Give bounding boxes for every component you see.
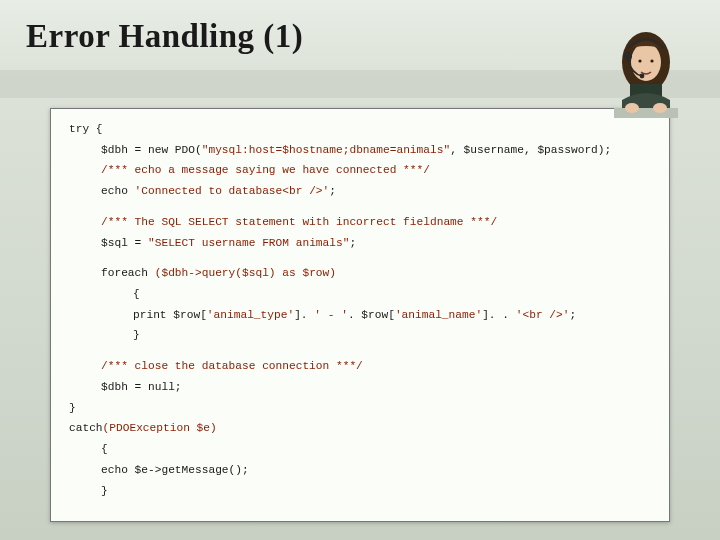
code-line: /*** close the database connection ***/ [69, 356, 651, 377]
code-line: foreach ($dbh->query($sql) as $row) [69, 263, 651, 284]
code-line: /*** The SQL SELECT statement with incor… [69, 212, 651, 233]
code-block: try { $dbh = new PDO("mysql:host=$hostna… [50, 108, 670, 522]
code-line: echo 'Connected to database<br />'; [69, 181, 651, 202]
code-line: echo $e->getMessage(); [69, 460, 651, 481]
code-line: catch(PDOException $e) [69, 418, 651, 439]
code-line: $dbh = new PDO("mysql:host=$hostname;dbn… [69, 140, 651, 161]
code-line: } [69, 325, 651, 346]
presenter-avatar [608, 26, 686, 118]
svg-point-9 [653, 103, 667, 113]
svg-point-3 [638, 59, 641, 62]
code-line: print $row['animal_type']. ' - '. $row['… [69, 305, 651, 326]
code-line: /*** echo a message saying we have conne… [69, 160, 651, 181]
svg-point-4 [650, 59, 653, 62]
svg-rect-7 [614, 108, 678, 118]
code-line: $sql = "SELECT username FROM animals"; [69, 233, 651, 254]
code-line: $dbh = null; [69, 377, 651, 398]
svg-point-8 [625, 103, 639, 113]
svg-point-2 [631, 43, 661, 81]
code-line: { [69, 284, 651, 305]
code-line: try { [69, 119, 651, 140]
code-line: { [69, 439, 651, 460]
svg-point-5 [624, 52, 632, 60]
code-line: } [69, 398, 651, 419]
code-line: } [69, 481, 651, 502]
svg-point-6 [640, 74, 645, 79]
